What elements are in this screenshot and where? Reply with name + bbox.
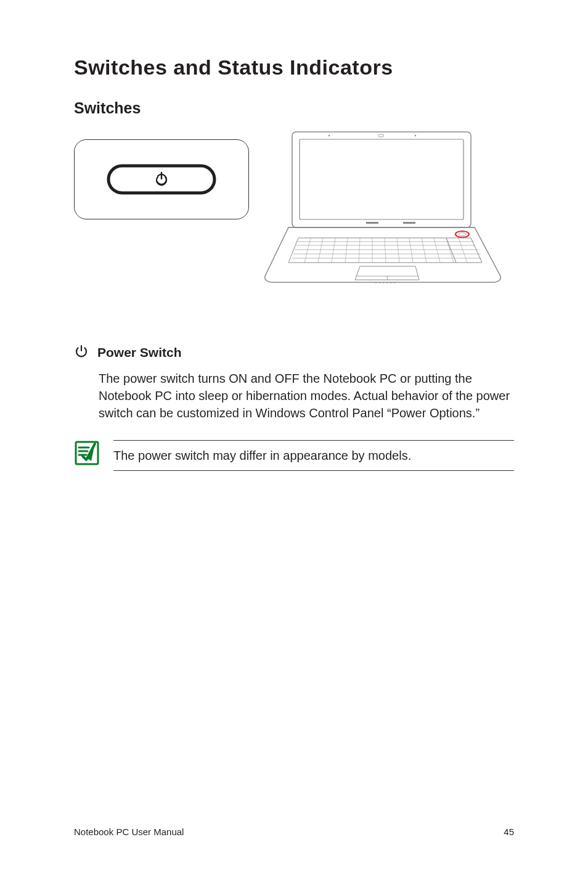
power-button-illustration xyxy=(74,139,249,219)
svg-point-34 xyxy=(379,282,380,284)
svg-point-10 xyxy=(455,231,469,237)
svg-rect-7 xyxy=(366,222,378,224)
page-title: Switches and Status Indicators xyxy=(74,55,514,80)
svg-rect-8 xyxy=(403,222,415,224)
section-switches-heading: Switches xyxy=(74,99,514,117)
power-button-svg xyxy=(106,161,217,198)
footer-page-number: 45 xyxy=(504,827,514,837)
power-icon xyxy=(74,344,89,361)
note-icon xyxy=(74,440,100,468)
svg-point-4 xyxy=(329,135,330,136)
note-text-wrap: The power switch may differ in appearanc… xyxy=(113,440,514,471)
note-text: The power switch may differ in appearanc… xyxy=(113,447,514,464)
laptop-svg xyxy=(261,128,514,288)
laptop-illustration xyxy=(261,128,514,288)
page-footer: Notebook PC User Manual 45 xyxy=(74,827,514,837)
power-switch-heading: Power Switch xyxy=(97,345,182,360)
svg-line-32 xyxy=(387,276,388,280)
svg-point-38 xyxy=(394,282,395,284)
svg-rect-2 xyxy=(292,132,471,227)
svg-point-35 xyxy=(383,282,384,284)
svg-point-33 xyxy=(375,282,377,284)
note-row: The power switch may differ in appearanc… xyxy=(74,440,514,471)
power-switch-heading-row: Power Switch xyxy=(74,344,514,361)
svg-point-11 xyxy=(459,233,466,236)
figure-row xyxy=(74,128,514,288)
svg-rect-5 xyxy=(378,134,383,137)
footer-manual-title: Notebook PC User Manual xyxy=(74,827,184,837)
power-switch-body: The power switch turns ON and OFF the No… xyxy=(99,370,514,422)
svg-point-36 xyxy=(386,282,388,284)
svg-point-37 xyxy=(390,282,391,284)
svg-rect-3 xyxy=(300,139,463,219)
svg-point-6 xyxy=(415,135,416,136)
